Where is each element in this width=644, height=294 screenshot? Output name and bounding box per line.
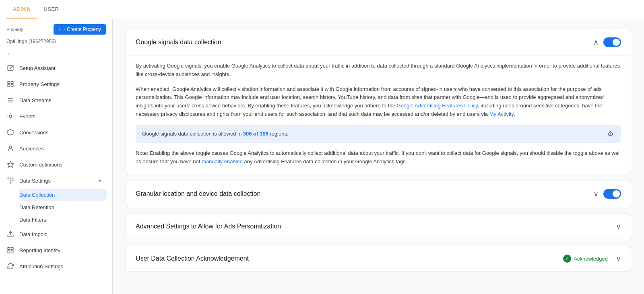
google-signals-body: By activating Google signals, you enable… xyxy=(126,55,631,174)
sidebar-item-custom-definitions[interactable]: Custom definitions xyxy=(0,156,107,173)
setup-assistant-icon xyxy=(6,64,14,72)
regions-gear-icon[interactable]: ⚙ xyxy=(607,130,615,138)
main-layout: Property + + Create Property OptiLingo (… xyxy=(0,19,644,294)
regions-highlight: 306 of 306 xyxy=(243,131,268,137)
advanced-settings-header[interactable]: Advanced Settings to Allow for Ads Perso… xyxy=(126,214,631,239)
svg-rect-0 xyxy=(8,65,13,71)
content-area: Google signals data collection ∧ By acti… xyxy=(113,19,644,294)
svg-point-15 xyxy=(12,178,13,179)
acknowledged-label: Acknowledged xyxy=(574,256,608,262)
granular-location-header[interactable]: Granular location and device data collec… xyxy=(126,181,631,207)
svg-rect-20 xyxy=(11,247,13,249)
google-signals-para1: By activating Google signals, you enable… xyxy=(136,62,621,79)
back-arrow-icon: ← xyxy=(6,49,14,58)
advanced-settings-controls: ∨ xyxy=(616,222,621,231)
manually-enabled-link[interactable]: manually enabled xyxy=(202,158,243,164)
svg-rect-3 xyxy=(11,85,13,87)
tab-admin[interactable]: ADMIN xyxy=(6,0,37,19)
info-box-text: Google signals data collection is allowe… xyxy=(142,131,607,137)
sidebar-item-data-collection[interactable]: Data Collection xyxy=(19,189,107,201)
audiences-icon xyxy=(6,144,14,152)
svg-point-8 xyxy=(9,115,12,117)
sidebar-property-header: Property + + Create Property xyxy=(0,19,112,38)
google-advertising-link[interactable]: Google Advertising Features Policy xyxy=(397,103,478,109)
google-signals-para2: When enabled, Google Analytics will coll… xyxy=(136,85,621,119)
property-settings-icon xyxy=(6,80,14,88)
account-name: OptiLingo (196272956) xyxy=(0,38,112,47)
events-label: Events xyxy=(19,113,35,119)
svg-marker-9 xyxy=(8,130,13,135)
google-signals-header[interactable]: Google signals data collection ∧ xyxy=(126,29,631,55)
events-icon xyxy=(6,112,14,120)
svg-point-10 xyxy=(9,146,12,148)
svg-rect-19 xyxy=(8,247,10,249)
acknowledged-badge: ✓ Acknowledged xyxy=(563,255,608,263)
sidebar-item-property-settings[interactable]: Property Settings xyxy=(0,76,107,92)
tab-user[interactable]: USER xyxy=(37,0,65,19)
sidebar-item-audiences[interactable]: Audiences xyxy=(0,140,107,156)
svg-rect-22 xyxy=(8,251,10,253)
reporting-identity-label: Reporting Identity xyxy=(19,247,60,253)
sidebar-item-data-streams[interactable]: Data Streams xyxy=(0,92,107,108)
custom-definitions-label: Custom definitions xyxy=(19,162,62,168)
granular-location-card: Granular location and device data collec… xyxy=(126,181,631,207)
svg-point-16 xyxy=(12,180,13,181)
svg-marker-11 xyxy=(8,162,14,167)
user-data-acknowledgement-card: User Data Collection Acknowledgement ✓ A… xyxy=(126,246,631,271)
google-signals-chevron-up: ∧ xyxy=(593,38,599,47)
check-circle-icon: ✓ xyxy=(563,255,571,263)
create-property-button[interactable]: + + Create Property xyxy=(54,24,106,35)
sidebar-item-attribution-settings[interactable]: Attribution Settings xyxy=(0,258,107,274)
google-signals-title: Google signals data collection xyxy=(136,39,221,46)
svg-point-14 xyxy=(10,182,11,183)
data-streams-label: Data Streams xyxy=(19,97,51,103)
sidebar-item-conversions[interactable]: Conversions xyxy=(0,124,107,140)
user-data-acknowledgement-controls: ✓ Acknowledged ∨ xyxy=(563,254,621,263)
property-label: Property xyxy=(6,27,23,32)
create-property-label: + Create Property xyxy=(63,27,101,32)
google-signals-card: Google signals data collection ∧ By acti… xyxy=(126,29,631,174)
conversions-icon xyxy=(6,128,14,136)
granular-location-title: Granular location and device data collec… xyxy=(136,190,260,197)
user-data-acknowledgement-title: User Data Collection Acknowledgement xyxy=(136,255,249,262)
attribution-settings-icon xyxy=(6,262,14,270)
custom-definitions-icon xyxy=(6,160,14,169)
svg-rect-21 xyxy=(11,251,13,253)
sidebar-item-data-filters[interactable]: Data Filters xyxy=(19,214,107,226)
property-settings-label: Property Settings xyxy=(19,81,60,87)
back-button[interactable]: ← xyxy=(0,47,112,60)
svg-rect-1 xyxy=(8,81,10,83)
google-signals-info-box: Google signals data collection is allowe… xyxy=(136,125,621,143)
advanced-settings-title: Advanced Settings to Allow for Ads Perso… xyxy=(136,223,281,230)
advanced-settings-card: Advanced Settings to Allow for Ads Perso… xyxy=(126,214,631,239)
sidebar-item-data-settings[interactable]: Data Settings ▾ xyxy=(0,173,107,189)
svg-rect-2 xyxy=(11,81,13,83)
data-settings-submenu: Data Collection Data Retention Data Filt… xyxy=(0,189,112,226)
audiences-label: Audiences xyxy=(19,146,44,152)
my-activity-link[interactable]: My Activity xyxy=(489,111,514,117)
svg-rect-4 xyxy=(8,85,10,87)
svg-point-13 xyxy=(10,180,11,181)
sidebar: Property + + Create Property OptiLingo (… xyxy=(0,19,113,294)
google-signals-controls: ∧ xyxy=(593,37,621,47)
data-import-icon xyxy=(6,230,14,238)
reporting-identity-icon xyxy=(6,246,14,254)
data-settings-icon xyxy=(6,177,14,185)
advanced-settings-chevron: ∨ xyxy=(616,222,621,231)
svg-point-12 xyxy=(10,178,11,179)
google-signals-toggle[interactable] xyxy=(603,37,621,47)
svg-point-17 xyxy=(8,178,9,179)
user-data-acknowledgement-header[interactable]: User Data Collection Acknowledgement ✓ A… xyxy=(126,246,631,271)
granular-location-chevron: ∨ xyxy=(593,189,599,198)
sidebar-item-events[interactable]: Events xyxy=(0,108,107,124)
granular-location-toggle[interactable] xyxy=(603,189,621,199)
sidebar-item-reporting-identity[interactable]: Reporting Identity xyxy=(0,242,107,258)
sidebar-item-setup-assistant[interactable]: Setup Assistant xyxy=(0,60,107,76)
plus-icon: + xyxy=(58,27,61,32)
setup-assistant-label: Setup Assistant xyxy=(19,65,56,71)
sidebar-item-data-retention[interactable]: Data Retention xyxy=(19,201,107,214)
data-settings-label: Data Settings xyxy=(19,178,51,184)
data-streams-icon xyxy=(6,96,14,104)
sidebar-item-data-import[interactable]: Data Import xyxy=(0,226,107,242)
acknowledgement-chevron: ∨ xyxy=(616,254,621,263)
